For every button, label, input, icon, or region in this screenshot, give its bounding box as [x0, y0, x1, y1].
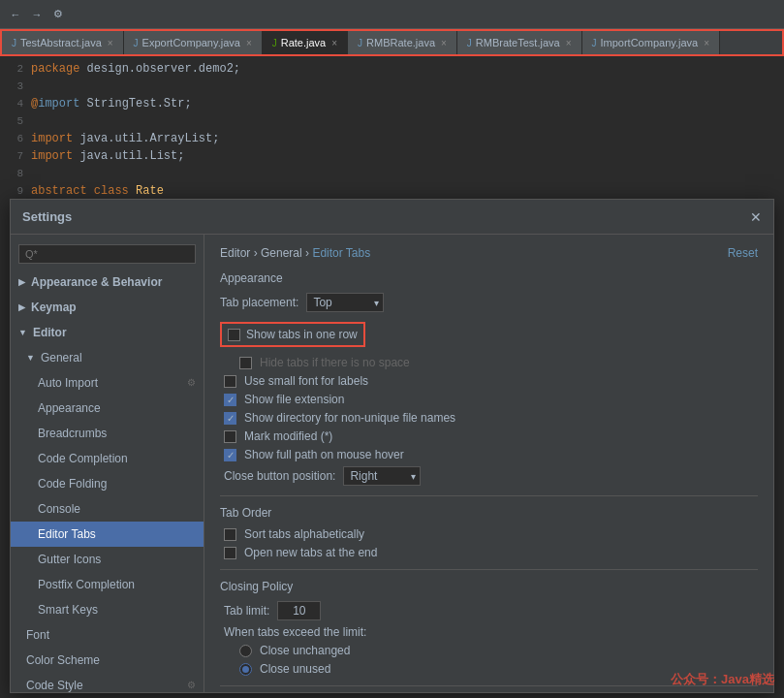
mark-modified-label: Mark modified (*)	[244, 429, 332, 443]
editor-tabs-bar: JTestAbstract.java×JExportCompany.java×J…	[0, 29, 784, 56]
mark-modified-checkbox[interactable]	[224, 430, 236, 443]
hide-tabs-label: Hide tabs if there is no space	[260, 356, 410, 369]
settings-icon[interactable]: ⚙	[50, 7, 66, 22]
nav-item-label: Keymap	[31, 298, 77, 317]
hide-tabs-row: Hide tabs if there is no space	[220, 356, 758, 369]
editor-tab-tab5[interactable]: JRMBrateTest.java×	[457, 31, 582, 54]
editor-tab-tab3[interactable]: JRate.java×	[263, 31, 348, 54]
line-number: 7	[0, 147, 31, 165]
close-dialog-button[interactable]: ✕	[750, 209, 762, 225]
tab-close-icon[interactable]: ×	[704, 38, 709, 48]
line-number: 5	[0, 112, 31, 130]
line-content: abstract class Rate	[31, 182, 164, 200]
line-number: 8	[0, 165, 31, 182]
tab-placement-select[interactable]: TopLeftBottomRightNone	[306, 293, 384, 312]
sidebar-item-smart-keys[interactable]: Smart Keys	[11, 597, 204, 622]
nav-settings-icon: ⚙	[187, 676, 196, 692]
nav-item-label: Code Style	[26, 676, 83, 692]
tab-limit-input[interactable]	[277, 601, 321, 620]
hide-tabs-checkbox[interactable]	[239, 357, 252, 369]
show-file-ext-row: Show file extension	[220, 393, 758, 406]
editor-background: ← → ⚙ JTestAbstract.java×JExportCompany.…	[0, 0, 784, 204]
tab-close-icon[interactable]: ×	[331, 38, 337, 48]
editor-tab-tab4[interactable]: JRMBRate.java×	[348, 31, 457, 54]
tab-placement-select-wrapper[interactable]: TopLeftBottomRightNone	[306, 293, 384, 312]
line-content: @import StringTest.Str;	[31, 95, 192, 112]
sidebar-item-appearance-behavior[interactable]: ▶Appearance & Behavior	[11, 270, 204, 295]
show-full-path-checkbox[interactable]	[224, 449, 236, 461]
show-file-ext-label: Show file extension	[244, 393, 344, 406]
editor-tab-tab2[interactable]: JExportCompany.java×	[124, 31, 263, 54]
nav-item-label: Editor	[33, 323, 67, 342]
dialog-header: Settings ✕	[11, 200, 773, 235]
tab-close-icon[interactable]: ×	[246, 38, 252, 48]
close-button-select[interactable]: RightLeftNone	[343, 466, 421, 486]
settings-search-input[interactable]	[18, 244, 196, 264]
use-small-font-checkbox[interactable]	[224, 375, 236, 388]
forward-icon[interactable]: →	[29, 7, 45, 22]
show-file-ext-checkbox[interactable]	[224, 394, 236, 406]
show-tabs-one-row-checkbox[interactable]	[228, 329, 240, 341]
watermark: 公众号：Java精选	[671, 671, 774, 688]
sidebar-item-breadcrumbs[interactable]: Breadcrumbs	[11, 421, 204, 446]
line-number: 3	[0, 78, 31, 95]
code-line: 6import java.util.ArrayList;	[0, 130, 784, 147]
settings-dialog: Settings ✕ ▶Appearance & Behavior▶Keymap…	[10, 199, 774, 693]
tab-java-icon: J	[358, 38, 362, 48]
nav-item-label: Code Folding	[38, 474, 107, 493]
show-full-path-label: Show full path on mouse hover	[244, 448, 404, 461]
section-tab-order-title: Tab Order	[220, 506, 758, 520]
close-unchanged-radio[interactable]	[239, 645, 252, 657]
use-small-font-label: Use small font for labels	[244, 374, 368, 388]
tab-close-icon[interactable]: ×	[566, 38, 572, 48]
nav-arrow: ▼	[18, 323, 27, 342]
open-new-tabs-checkbox[interactable]	[224, 547, 236, 559]
sidebar-item-gutter-icons[interactable]: Gutter Icons	[11, 547, 204, 572]
tab-java-icon: J	[134, 38, 139, 48]
line-number: 6	[0, 130, 31, 147]
tab-java-icon: J	[592, 38, 597, 48]
sidebar-item-editor-tabs[interactable]: Editor Tabs	[11, 522, 204, 547]
close-unchanged-row: Close unchanged	[220, 644, 758, 657]
reset-button[interactable]: Reset	[728, 246, 758, 260]
show-directory-checkbox[interactable]	[224, 412, 236, 425]
sidebar-item-code-style[interactable]: Code Style⚙	[11, 673, 204, 692]
close-unchanged-label: Close unchanged	[260, 644, 350, 657]
code-line: 7import java.util.List;	[0, 147, 784, 165]
tab-java-icon: J	[467, 38, 472, 48]
sidebar-item-general[interactable]: ▼General	[11, 345, 204, 370]
editor-tab-tab6[interactable]: JImportCompany.java×	[582, 31, 721, 54]
divider-1	[220, 495, 758, 496]
use-small-font-row: Use small font for labels	[220, 374, 758, 388]
show-tabs-one-row-highlight: Show tabs in one row	[220, 322, 365, 347]
tab-close-icon[interactable]: ×	[441, 38, 447, 48]
code-line: 2package design.observer.demo2;	[0, 60, 784, 78]
sidebar-item-code-completion[interactable]: Code Completion	[11, 446, 204, 471]
sidebar-item-postfix-completion[interactable]: Postfix Completion	[11, 572, 204, 597]
nav-item-label: Smart Keys	[38, 600, 98, 619]
when-tabs-exceed-row: When tabs exceed the limit:	[220, 625, 758, 639]
nav-item-label: Auto Import	[38, 373, 98, 393]
sidebar-item-code-folding[interactable]: Code Folding	[11, 471, 204, 496]
tab-close-icon[interactable]: ×	[108, 38, 113, 48]
nav-arrow: ▶	[18, 272, 25, 292]
sort-tabs-checkbox[interactable]	[224, 528, 236, 541]
tab-placement-label: Tab placement:	[220, 296, 298, 309]
settings-content: Editor › General › Editor Tabs Reset App…	[204, 235, 773, 692]
close-unused-radio[interactable]	[239, 663, 252, 676]
sidebar-item-auto-import[interactable]: Auto Import⚙	[11, 370, 204, 396]
sidebar-item-console[interactable]: Console	[11, 496, 204, 522]
sidebar-item-keymap[interactable]: ▶Keymap	[11, 295, 204, 320]
close-button-select-wrapper[interactable]: RightLeftNone	[343, 466, 421, 486]
sidebar-item-font[interactable]: Font	[11, 622, 204, 648]
section-appearance-title: Appearance	[220, 271, 758, 285]
sidebar-item-color-scheme[interactable]: Color Scheme	[11, 648, 204, 673]
back-icon[interactable]: ←	[8, 7, 23, 22]
sidebar-item-appearance[interactable]: Appearance	[11, 396, 204, 421]
sidebar-item-editor[interactable]: ▼Editor	[11, 320, 204, 345]
editor-tab-tab1[interactable]: JTestAbstract.java×	[2, 31, 124, 54]
show-directory-label: Show directory for non-unique file names	[244, 411, 455, 425]
close-button-label: Close button position:	[224, 469, 335, 483]
nav-settings-icon: ⚙	[187, 373, 196, 393]
dialog-body: ▶Appearance & Behavior▶Keymap▼Editor▼Gen…	[11, 235, 773, 692]
